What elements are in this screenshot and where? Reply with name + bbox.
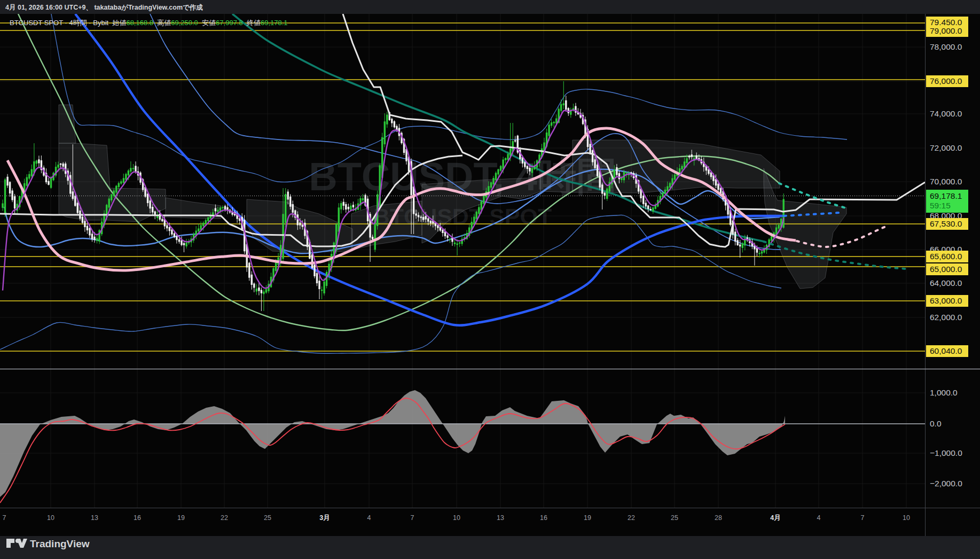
svg-text:4: 4: [817, 514, 821, 522]
svg-text:13: 13: [497, 514, 504, 522]
svg-text:16: 16: [134, 514, 141, 522]
svg-text:0.0: 0.0: [930, 419, 942, 428]
svg-text:67,530.0: 67,530.0: [930, 219, 962, 228]
svg-text:79,000.0: 79,000.0: [930, 26, 962, 35]
svg-text:69,178.1: 69,178.1: [930, 191, 962, 200]
svg-text:63,000.0: 63,000.0: [930, 296, 962, 305]
svg-text:7: 7: [411, 514, 414, 522]
svg-text:BTCUSDT SPOT · 4時間 · Bybit 始値: BTCUSDT SPOT · 4時間 · Bybit 始値68,168.8 高値…: [10, 19, 288, 27]
svg-text:1,000.0: 1,000.0: [930, 388, 958, 397]
svg-text:76,000.0: 76,000.0: [930, 76, 962, 86]
svg-text:60,040.0: 60,040.0: [930, 346, 962, 355]
svg-text:25: 25: [264, 514, 271, 522]
svg-text:10: 10: [453, 514, 460, 522]
svg-text:4月: 4月: [770, 514, 780, 522]
svg-text:62,000.0: 62,000.0: [930, 313, 962, 322]
svg-text:22: 22: [628, 514, 635, 522]
svg-text:74,000.0: 74,000.0: [930, 109, 962, 118]
svg-text:22: 22: [221, 514, 228, 522]
svg-text:16: 16: [540, 514, 547, 522]
svg-text:64,000.0: 64,000.0: [930, 278, 962, 288]
svg-text:TradingView: TradingView: [30, 538, 90, 549]
svg-text:70,000.0: 70,000.0: [930, 177, 962, 186]
svg-text:19: 19: [584, 514, 591, 522]
svg-text:−2,000.0: −2,000.0: [930, 479, 962, 488]
svg-text:28: 28: [715, 514, 722, 522]
svg-text:59:15: 59:15: [930, 201, 951, 210]
svg-text:10: 10: [903, 514, 910, 522]
svg-text:78,000.0: 78,000.0: [930, 42, 962, 51]
svg-text:72,000.0: 72,000.0: [930, 143, 962, 152]
svg-text:3月: 3月: [319, 514, 330, 522]
svg-text:65,600.0: 65,600.0: [930, 252, 962, 261]
svg-text:7: 7: [3, 514, 6, 522]
svg-text:10: 10: [47, 514, 54, 522]
svg-text:25: 25: [671, 514, 678, 522]
svg-text:79,450.0: 79,450.0: [930, 18, 962, 27]
svg-text:65,000.0: 65,000.0: [930, 265, 962, 274]
svg-text:13: 13: [91, 514, 98, 522]
svg-text:4月 01, 2026 16:00 UTC+9、 takat: 4月 01, 2026 16:00 UTC+9、 takatabaがTradin…: [5, 4, 203, 11]
svg-text:−1,000.0: −1,000.0: [930, 448, 962, 457]
svg-text:4: 4: [367, 514, 371, 522]
svg-text:19: 19: [177, 514, 185, 522]
svg-text:7: 7: [861, 514, 865, 522]
